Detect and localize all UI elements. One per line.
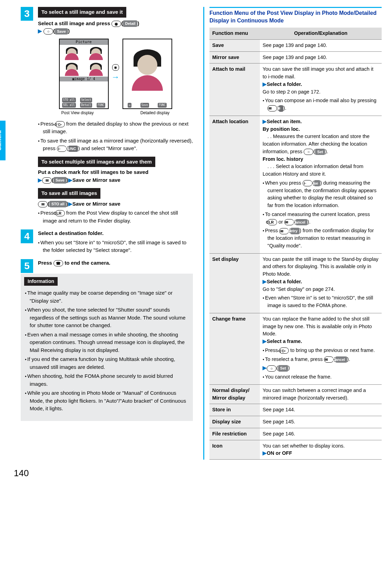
step3-bullets2: Press CLR from the Post View display to … bbox=[38, 209, 193, 225]
step3-bullets: Press ◁○▷ from the detailed display to s… bbox=[38, 120, 193, 153]
screenshot-row: Picture ▣image 1/ 4 STO allSEL all Selec… bbox=[38, 39, 193, 109]
image-counter: ▣image 1/ 4 bbox=[60, 77, 108, 81]
section-bar: To save all still images bbox=[38, 188, 100, 199]
i-key-icon: i◦ bbox=[57, 146, 67, 152]
pill-cancel: Cancel bbox=[296, 219, 307, 226]
step-5: 5 Press ☎ to end the camera. bbox=[21, 259, 193, 267]
function-menu-table: Function menuOperation/Explanation SaveS… bbox=[209, 28, 382, 460]
list-item: If you end the camera function by using … bbox=[25, 355, 189, 371]
table-row: Set display You can paste the still imag… bbox=[209, 253, 382, 313]
mail-key-icon: ✉ bbox=[42, 177, 52, 184]
step-4: 4 Select a destination folder. When you … bbox=[21, 229, 193, 254]
table-header: Operation/Explanation bbox=[260, 28, 382, 39]
list-item: Even when "Store in" is set to "microSD"… bbox=[263, 294, 379, 310]
thumbnail-grid bbox=[60, 45, 108, 77]
list-item: You cannot release the frame. bbox=[263, 373, 379, 381]
pill-save: Save bbox=[53, 177, 67, 184]
list-item: Press CLR from the Post View display to … bbox=[38, 209, 193, 225]
softkey-bar: ✉ Save FUNC bbox=[123, 97, 172, 108]
table-row: Store inSee page 144. bbox=[209, 404, 382, 416]
table-row: Change frame You can replace the frame a… bbox=[209, 313, 382, 384]
page-columns: 3 To select a still image and save it Se… bbox=[7, 7, 382, 460]
ok-key-icon: ○ bbox=[43, 28, 53, 35]
right-column: Function Menu of the Post View Display i… bbox=[203, 7, 382, 460]
left-column: 3 To select a still image and save it Se… bbox=[7, 7, 193, 460]
sk-mail-icon: ✉ bbox=[128, 103, 131, 108]
sk: Save bbox=[140, 103, 149, 108]
sk: STO all bbox=[62, 98, 76, 102]
pill-stoall: STO all bbox=[49, 201, 67, 207]
menu-title: Function Menu of the Post View Display i… bbox=[209, 7, 382, 24]
table-row: File restrictionSee page 146. bbox=[209, 428, 382, 440]
step4-title: Select a destination folder. bbox=[38, 229, 193, 237]
list-item: Press ◁○▷ to bring up the previous or ne… bbox=[263, 347, 379, 354]
table-row: Normal display/ Mirror displayYou can sw… bbox=[209, 384, 382, 404]
pill-set: Set bbox=[278, 365, 288, 372]
table-row: SaveSee page 139 and page 140. bbox=[209, 39, 382, 51]
i-key-icon: i◦ bbox=[303, 180, 312, 186]
sk: FUNC bbox=[158, 103, 166, 108]
pill-use: Use bbox=[314, 180, 320, 187]
pill-cancel: Cancel bbox=[335, 356, 347, 363]
mail-key-icon: ✉ bbox=[38, 201, 48, 207]
list-item: While you are shooting in Photo Mode or … bbox=[25, 389, 189, 413]
section-bar: To select multiple still images and save… bbox=[38, 157, 155, 167]
step-3: 3 To select a still image and save it Se… bbox=[21, 7, 193, 225]
table-row: Icon You can set whether to display icon… bbox=[209, 440, 382, 460]
list-item: Press ✉(Retry) from the confirmation dis… bbox=[263, 227, 379, 249]
list-item: You can compose an i-mode mail also by p… bbox=[263, 97, 379, 112]
multi-instruction: Put a check mark for still images to be … bbox=[38, 168, 193, 184]
screen-title: Picture bbox=[60, 39, 108, 45]
mail-key-icon: ✉ bbox=[284, 219, 294, 225]
ok-key-icon: ○ bbox=[267, 365, 276, 372]
side-tab: Camera bbox=[0, 121, 6, 160]
mail-key-icon: ✉ bbox=[324, 356, 334, 363]
list-item: To reselect a frame, press ✉(Cancel). bbox=[263, 356, 379, 363]
step5-title: Press ☎ to end the camera. bbox=[38, 259, 193, 267]
list-item: When you press i◦(Use) during measuring … bbox=[263, 179, 379, 209]
mail-key-icon: ✉ bbox=[279, 228, 289, 234]
step-number: 4 bbox=[21, 229, 33, 243]
step-number: 3 bbox=[21, 7, 33, 21]
arrow-right-icon: → bbox=[111, 71, 120, 83]
arrow-icon: ▶ bbox=[38, 28, 42, 34]
list-item: When you set "Store in" to "microSD", th… bbox=[38, 239, 193, 254]
list-item: When you shoot, the tone selected for "S… bbox=[25, 306, 189, 330]
detailed-screen: ✉ Save FUNC bbox=[122, 39, 172, 109]
sk: Select bbox=[80, 98, 92, 102]
sk: FUNC bbox=[97, 103, 105, 108]
caption: Detailed display bbox=[140, 110, 170, 116]
clr-key-icon: CLR bbox=[55, 210, 65, 216]
pill-detail: Detail bbox=[123, 20, 137, 27]
list-item: To cancel measuring the current location… bbox=[263, 211, 379, 226]
camera-badge-icon: ◉ bbox=[112, 64, 119, 71]
camera-key-icon: ◉ bbox=[111, 21, 121, 27]
sk: SEL all bbox=[62, 103, 76, 108]
mail-key-icon: ✉ bbox=[267, 105, 277, 111]
table-row: Attach to mail You can save the still im… bbox=[209, 63, 382, 116]
end-key-icon: ☎ bbox=[53, 260, 63, 266]
softkey-bar: STO allSEL all SelectDetail FUNC bbox=[60, 97, 108, 108]
ok-key-icon: ○ bbox=[304, 149, 313, 155]
info-label: Information bbox=[24, 277, 58, 286]
mail-pill-icon: ✉ bbox=[279, 105, 283, 112]
dpad-key-icon: ◁○▷ bbox=[55, 121, 65, 127]
pill-func: FUNC bbox=[68, 146, 78, 152]
table-header: Function menu bbox=[209, 28, 260, 39]
pill-set: Set bbox=[315, 149, 325, 155]
caption-row: Post View display Detailed display bbox=[38, 110, 193, 116]
list-item: The image quality may be coarse dependin… bbox=[25, 289, 189, 305]
list-item: Press ◁○▷ from the detailed display to s… bbox=[38, 120, 193, 136]
information-box: Information The image quality may be coa… bbox=[21, 274, 193, 421]
step3-instruction: Select a still image and press ◉(Detail)… bbox=[38, 20, 193, 35]
sk: Detail bbox=[80, 103, 92, 108]
list-item: To save the still image as a mirrored im… bbox=[38, 137, 193, 153]
dpad-key-icon: ◁○▷ bbox=[279, 347, 289, 354]
pill-save: Save bbox=[55, 28, 68, 35]
text: Select a still image and press bbox=[38, 20, 111, 26]
table-row: Mirror saveSee page 139 and page 140. bbox=[209, 51, 382, 63]
caption: Post View display bbox=[61, 110, 94, 116]
list-item: Even when a mail message comes in while … bbox=[25, 331, 189, 354]
arrow-group: ◉ → bbox=[111, 64, 120, 83]
table-row: Attach location ▶Select an item. By posi… bbox=[209, 116, 382, 253]
